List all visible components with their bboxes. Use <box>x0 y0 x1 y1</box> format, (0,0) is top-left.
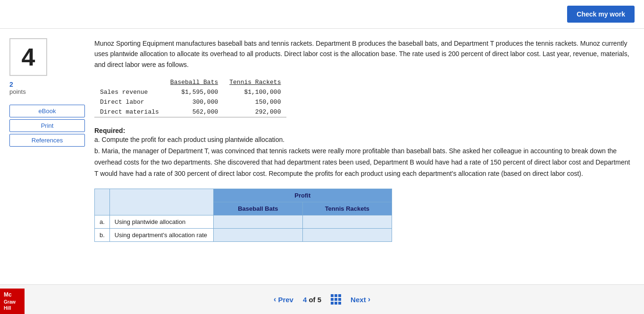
part-a-text: a. Compute the profit for each product u… <box>94 134 635 146</box>
row3-val1: 562,000 <box>165 107 224 117</box>
part-b-text: b. Maria, the manager of Department T, w… <box>94 146 635 179</box>
row-b-baseball-input-cell[interactable] <box>213 229 302 242</box>
row-a-baseball-input[interactable] <box>218 218 298 225</box>
row2-val2: 150,000 <box>224 97 286 107</box>
row-b: b. Using department's allocation rate <box>95 229 392 242</box>
data-table: Baseball Bats Tennis Rackets Sales reven… <box>94 77 286 117</box>
ebook-button[interactable]: eBook <box>9 105 85 117</box>
tennis-rackets-header: Tennis Rackets <box>302 202 392 215</box>
col1-header: Baseball Bats <box>165 77 224 87</box>
row-b-letter: b. <box>95 229 110 242</box>
row-a-tennis-input-cell[interactable] <box>302 215 392 229</box>
row1-val1: $1,595,000 <box>165 87 224 97</box>
required-text: a. Compute the profit for each product u… <box>94 134 635 179</box>
question-body: Munoz Sporting Equipment manufactures ba… <box>94 38 635 70</box>
profit-main-header: Profit <box>213 189 392 202</box>
references-button[interactable]: References <box>9 134 85 147</box>
left-panel: 4 2 points eBook Print References <box>9 38 85 242</box>
question-number: 4 <box>9 38 47 76</box>
check-my-work-button[interactable]: Check my work <box>567 6 635 23</box>
row-b-label: Using department's allocation rate <box>109 229 213 242</box>
row-b-baseball-input[interactable] <box>218 231 298 239</box>
print-button[interactable]: Print <box>9 119 85 132</box>
row-a-tennis-input[interactable] <box>308 218 387 225</box>
row1-label: Sales revenue <box>94 87 165 97</box>
row2-val1: 300,000 <box>165 97 224 107</box>
row-a-letter: a. <box>95 215 110 229</box>
row3-val2: 292,000 <box>224 107 286 117</box>
row-b-tennis-input[interactable] <box>308 231 387 239</box>
row-b-tennis-input-cell[interactable] <box>302 229 392 242</box>
points-value: 2 <box>9 81 85 88</box>
main-content: 4 2 points eBook Print References Munoz … <box>0 29 644 251</box>
content-area: Munoz Sporting Equipment manufactures ba… <box>94 38 635 242</box>
row-a-baseball-input-cell[interactable] <box>213 215 302 229</box>
profit-table: Profit Baseball Bats Tennis Rackets a. U… <box>94 189 392 242</box>
row-a: a. Using plantwide allocation <box>95 215 392 229</box>
row-a-label: Using plantwide allocation <box>109 215 213 229</box>
row2-label: Direct labor <box>94 97 165 107</box>
row1-val2: $1,100,000 <box>224 87 286 97</box>
required-section: Required: a. Compute the profit for each… <box>94 127 635 179</box>
required-label: Required: <box>94 127 125 134</box>
points-label: points <box>9 88 85 95</box>
row3-label: Direct materials <box>94 107 165 117</box>
top-bar: Check my work <box>0 0 644 29</box>
sidebar-links: eBook Print References <box>9 105 85 147</box>
col2-header: Tennis Rackets <box>224 77 286 87</box>
baseball-bats-header: Baseball Bats <box>213 202 302 215</box>
